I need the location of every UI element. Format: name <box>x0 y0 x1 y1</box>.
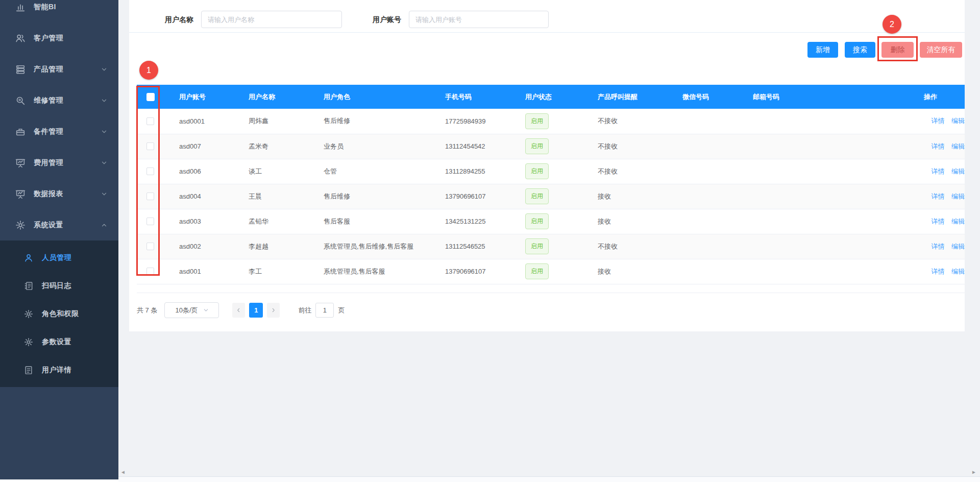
cell-role: 售后维修 <box>318 109 440 134</box>
cell-email <box>748 209 919 234</box>
sidebar-item-roles-permissions[interactable]: 角色和权限 <box>0 300 118 328</box>
cell-status: 启用 <box>520 209 593 234</box>
edit-link[interactable]: 编辑 <box>951 243 965 250</box>
chevron-left-icon <box>236 307 241 313</box>
user-account-input[interactable] <box>409 11 549 28</box>
detail-link[interactable]: 详情 <box>931 268 944 275</box>
horizontal-scrollbar-track[interactable] <box>118 476 980 482</box>
column-header-operation: 操作 <box>919 85 965 109</box>
cell-email <box>748 159 919 184</box>
sidebar-item-label: 人员管理 <box>42 253 71 262</box>
chevron-down-icon <box>101 66 107 73</box>
table-bottom-border <box>137 293 965 293</box>
edit-link[interactable]: 编辑 <box>951 192 965 200</box>
chevron-down-icon <box>203 307 209 313</box>
sidebar-item-expense[interactable]: 费用管理 <box>0 147 118 178</box>
page-number-button[interactable]: 1 <box>249 303 263 318</box>
status-badge: 启用 <box>525 113 549 129</box>
sidebar-item-system-settings[interactable]: 系统设置 <box>0 209 118 240</box>
add-button[interactable]: 新增 <box>807 42 838 58</box>
row-checkbox[interactable] <box>146 268 154 275</box>
cell-name: 孟米奇 <box>243 134 318 159</box>
sidebar-item-reports[interactable]: 数据报表 <box>0 178 118 209</box>
sidebar-item-bi[interactable]: 智能BI <box>0 0 118 22</box>
scroll-right-arrow[interactable]: ► <box>971 469 976 475</box>
cell-call-notify: 不接收 <box>593 234 677 259</box>
sidebar-item-products[interactable]: 产品管理 <box>0 54 118 85</box>
table-row: asd003 孟铅华 售后客服 13425131225 启用 接收 详情 编辑 <box>137 209 965 234</box>
cell-email <box>748 109 919 134</box>
search-button[interactable]: 搜索 <box>845 42 875 58</box>
row-checkbox[interactable] <box>146 218 154 225</box>
edit-link[interactable]: 编辑 <box>951 117 965 125</box>
cell-call-notify: 接收 <box>593 259 677 284</box>
customers-icon <box>15 33 26 44</box>
person-icon <box>23 253 34 263</box>
gear-icon <box>15 220 26 231</box>
gear-icon <box>23 309 34 319</box>
cell-phone: 13790696107 <box>440 184 520 209</box>
page-size-select[interactable]: 10条/页 <box>164 302 219 318</box>
cell-account: asd001 <box>174 259 243 284</box>
clear-all-button[interactable]: 清空所有 <box>920 42 962 58</box>
detail-link[interactable]: 详情 <box>931 243 944 250</box>
cell-email <box>748 184 919 209</box>
edit-link[interactable]: 编辑 <box>951 218 965 225</box>
sidebar-item-label: 角色和权限 <box>42 309 79 319</box>
total-count-label: 共 7 条 <box>137 306 157 315</box>
sidebar-item-repair[interactable]: 维修管理 <box>0 85 118 116</box>
row-checkbox[interactable] <box>146 192 154 200</box>
sidebar-item-label: 备件管理 <box>34 127 63 136</box>
cell-call-notify: 不接收 <box>593 159 677 184</box>
column-header-wechat: 微信号码 <box>677 85 748 109</box>
cell-call-notify: 接收 <box>593 184 677 209</box>
chevron-down-icon <box>101 129 107 135</box>
system-settings-submenu: 人员管理 扫码日志 角色和权限 参数设置 用户详情 <box>0 240 118 387</box>
detail-link[interactable]: 详情 <box>931 117 944 125</box>
detail-link[interactable]: 详情 <box>931 192 944 200</box>
cell-account: asd007 <box>174 134 243 159</box>
sidebar-item-label: 系统设置 <box>34 221 63 230</box>
edit-link[interactable]: 编辑 <box>951 142 965 150</box>
spare-parts-icon <box>15 126 26 137</box>
sidebar-item-parameter-settings[interactable]: 参数设置 <box>0 328 118 356</box>
cell-wechat <box>677 134 748 159</box>
row-checkbox[interactable] <box>146 167 154 175</box>
table-row: asd004 王晨 售后维修 13790696107 启用 接收 详情 编辑 <box>137 184 965 209</box>
cell-wechat <box>677 159 748 184</box>
journal-icon <box>23 281 34 291</box>
select-all-cell <box>137 85 174 109</box>
user-name-input[interactable] <box>201 11 342 28</box>
sidebar-item-scan-log[interactable]: 扫码日志 <box>0 272 118 300</box>
prev-page-button[interactable] <box>232 303 245 318</box>
sidebar-item-customers[interactable]: 客户管理 <box>0 22 118 54</box>
annotation-badge-1: 1 <box>139 61 158 80</box>
delete-button[interactable]: 删除 <box>881 42 914 58</box>
cell-name: 谈工 <box>243 159 318 184</box>
row-checkbox[interactable] <box>146 243 154 250</box>
form-divider <box>129 32 965 33</box>
app-root: 智能BI 客户管理 产品管理 维修管理 备件管理 <box>0 0 980 482</box>
page-suffix-label: 页 <box>338 306 345 315</box>
table-row: asd0001 周炜鑫 售后维修 17725984939 启用 不接收 详情 编… <box>137 109 965 134</box>
sidebar-item-user-details[interactable]: 用户详情 <box>0 356 118 384</box>
sidebar-item-user-management[interactable]: 人员管理 <box>0 244 118 272</box>
edit-link[interactable]: 编辑 <box>951 268 965 275</box>
cell-call-notify: 不接收 <box>593 134 677 159</box>
edit-link[interactable]: 编辑 <box>951 167 965 175</box>
select-all-checkbox[interactable] <box>146 93 155 101</box>
goto-page-input[interactable] <box>315 303 334 318</box>
row-checkbox[interactable] <box>146 142 154 150</box>
detail-link[interactable]: 详情 <box>931 167 944 175</box>
detail-link[interactable]: 详情 <box>931 142 944 150</box>
next-page-button[interactable] <box>267 303 280 318</box>
column-header-role: 用户角色 <box>318 85 440 109</box>
column-header-account: 用户账号 <box>174 85 243 109</box>
scroll-left-arrow[interactable]: ◄ <box>120 469 126 475</box>
detail-link[interactable]: 详情 <box>931 218 944 225</box>
content-panel: 用户名称 用户账号 新增 搜索 删除 清空所有 用户账号 <box>129 0 965 331</box>
column-header-status: 用户状态 <box>520 85 593 109</box>
row-checkbox[interactable] <box>146 117 154 125</box>
cell-status: 启用 <box>520 159 593 184</box>
sidebar-item-spare-parts[interactable]: 备件管理 <box>0 116 118 147</box>
